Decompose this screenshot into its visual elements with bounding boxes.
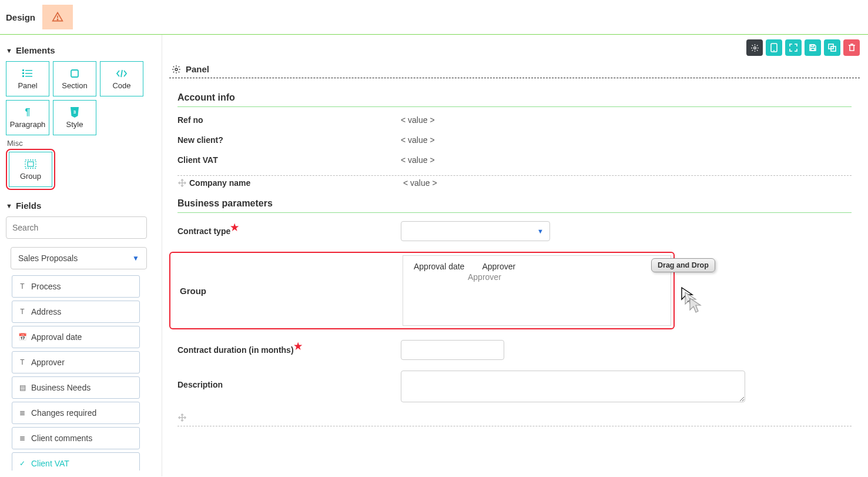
field-row-ref-no[interactable]: Ref no < value > <box>177 115 852 125</box>
svg-rect-7 <box>25 76 32 77</box>
field-value-placeholder: < value > <box>403 178 437 188</box>
svg-text:3: 3 <box>73 109 76 115</box>
group-col-approver: Approver <box>482 262 515 271</box>
tile-code[interactable]: Code <box>100 61 143 96</box>
required-star-icon: ★ <box>230 222 239 233</box>
field-item-client-vat[interactable]: ✓Client VAT <box>12 452 140 471</box>
field-item-approver[interactable]: TApprover <box>12 351 140 373</box>
panel-title: Panel <box>186 64 209 74</box>
elements-header-label: Elements <box>16 45 55 55</box>
field-label: Ref no <box>177 115 401 125</box>
group-icon <box>25 159 36 169</box>
fields-source-dropdown[interactable]: Sales Proposals ▼ <box>11 247 147 269</box>
field-row-company-name[interactable]: Company name < value > <box>177 175 852 188</box>
field-item-business-needs[interactable]: ▤Business Needs <box>12 376 140 399</box>
svg-point-1 <box>57 19 58 20</box>
group-label: Group <box>173 255 403 326</box>
sidebar: ▼ Elements Panel Section <box>0 35 162 476</box>
tile-panel[interactable]: Panel <box>6 61 49 96</box>
field-item-process[interactable]: TProcess <box>12 275 140 298</box>
svg-rect-16 <box>811 45 814 46</box>
check-type-icon: ✓ <box>18 459 26 468</box>
settings-button[interactable] <box>746 39 763 56</box>
tile-section[interactable]: Section <box>53 61 96 96</box>
warning-button[interactable] <box>42 5 73 29</box>
svg-rect-17 <box>811 48 815 51</box>
panel-header[interactable]: Panel <box>169 61 860 78</box>
paragraph-icon: ¶ <box>25 107 31 118</box>
svg-rect-6 <box>22 75 24 77</box>
business-params-heading: Business parameters <box>177 192 852 213</box>
field-label: Changes required <box>31 408 96 418</box>
svg-line-9 <box>121 70 122 77</box>
move-handle-icon[interactable] <box>177 178 187 188</box>
svg-point-20 <box>175 68 177 71</box>
chevron-down-icon: ▼ <box>6 202 12 209</box>
fields-header[interactable]: ▼ Fields <box>6 201 153 211</box>
svg-rect-8 <box>71 70 78 77</box>
fields-header-label: Fields <box>16 201 41 211</box>
design-tab[interactable]: Design <box>6 12 35 22</box>
field-row-new-client[interactable]: New client? < value > <box>177 135 852 145</box>
delete-button[interactable] <box>843 39 860 56</box>
svg-rect-2 <box>22 69 24 71</box>
mobile-preview-button[interactable] <box>766 39 782 56</box>
tile-group[interactable]: Group <box>9 152 52 187</box>
field-label: Process <box>31 282 61 291</box>
date-type-icon: 📅 <box>18 333 26 341</box>
field-item-address[interactable]: TAddress <box>12 301 140 323</box>
text-type-icon: T <box>18 308 26 316</box>
field-value-placeholder: < value > <box>401 155 435 165</box>
field-label: Company name <box>189 178 403 188</box>
group-col-approval-date: Approval date <box>414 262 464 271</box>
field-label: Business Needs <box>31 383 91 392</box>
tile-style[interactable]: 3 Style <box>53 100 96 135</box>
field-value-placeholder: < value > <box>401 115 435 125</box>
save-button[interactable] <box>805 39 821 56</box>
misc-label: Misc <box>7 139 153 148</box>
chevron-down-icon: ▼ <box>6 47 12 54</box>
tile-label: Code <box>112 81 130 90</box>
group-drop-zone[interactable]: Group Approval date Approver Approver <box>169 252 675 329</box>
field-label: Contract duration (in months)★ <box>177 345 401 355</box>
svg-point-13 <box>753 46 756 49</box>
fullscreen-button[interactable] <box>785 39 802 56</box>
design-canvas: Panel Account info Ref no < value > New … <box>162 35 868 476</box>
required-star-icon: ★ <box>294 341 302 352</box>
field-label: Contract type★ <box>177 226 401 236</box>
row-insert-handle[interactable] <box>177 413 852 426</box>
svg-rect-3 <box>25 70 32 71</box>
field-label: Address <box>31 307 61 316</box>
copy-button[interactable] <box>824 39 840 56</box>
chevron-down-icon: ▼ <box>132 254 139 262</box>
description-textarea[interactable] <box>401 371 745 402</box>
elements-header[interactable]: ▼ Elements <box>6 45 153 55</box>
field-row-contract-type[interactable]: Contract type★ ▼ <box>177 221 852 241</box>
chevron-down-icon: ▼ <box>537 228 544 235</box>
field-label: Approver <box>31 358 65 367</box>
fields-search-input[interactable] <box>6 216 147 239</box>
group-drop-target[interactable]: Approval date Approver Approver <box>403 255 671 326</box>
field-row-contract-duration[interactable]: Contract duration (in months)★ <box>177 340 852 360</box>
gear-icon <box>750 44 759 52</box>
list-type-icon: ≣ <box>18 434 26 442</box>
warning-icon <box>52 11 63 23</box>
tile-paragraph[interactable]: ¶ Paragraph <box>6 100 49 135</box>
move-handle-icon[interactable] <box>177 413 187 422</box>
mobile-icon <box>770 43 777 52</box>
field-item-approval-date[interactable]: 📅Approval date <box>12 326 140 348</box>
group-dragging-field: Approver <box>468 272 665 282</box>
top-bar: Design <box>0 0 868 35</box>
contract-duration-input[interactable] <box>401 340 504 360</box>
drag-and-drop-tooltip: Drag and Drop <box>651 258 715 272</box>
group-tile-highlight: Group <box>6 149 55 190</box>
field-item-client-comments[interactable]: ≣Client comments <box>12 427 140 449</box>
contract-type-select[interactable]: ▼ <box>401 221 550 241</box>
text-type-icon: T <box>18 282 26 291</box>
field-item-changes-required[interactable]: ≣Changes required <box>12 402 140 424</box>
list-type-icon: ≣ <box>18 409 26 417</box>
field-row-description[interactable]: Description <box>177 371 852 402</box>
save-icon <box>809 44 817 52</box>
dropdown-selected: Sales Proposals <box>18 253 78 263</box>
field-row-client-vat[interactable]: Client VAT < value > <box>177 155 852 165</box>
